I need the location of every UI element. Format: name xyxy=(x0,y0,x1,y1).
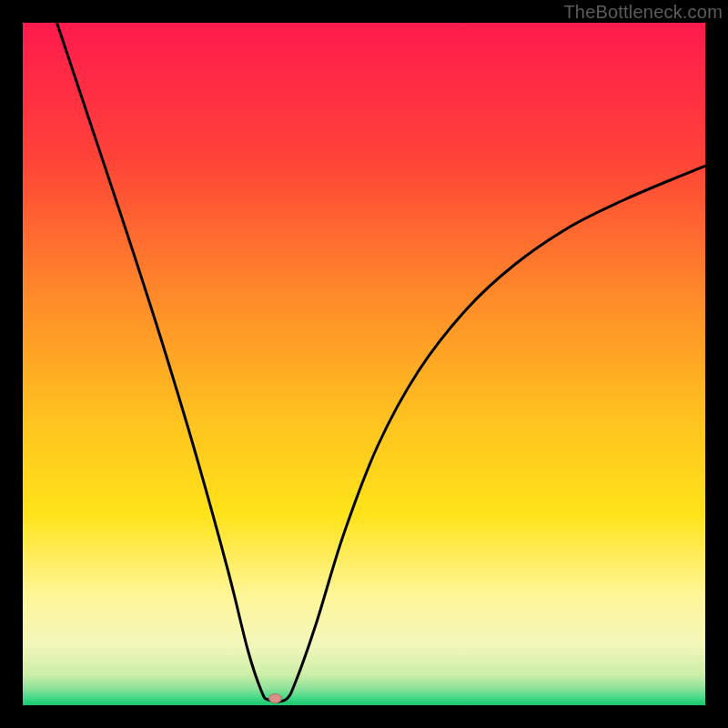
chart-plot-area xyxy=(23,23,705,705)
optimal-point-marker xyxy=(269,694,282,703)
watermark-text: TheBottleneck.com xyxy=(563,2,723,23)
gradient-background xyxy=(23,23,705,705)
chart-svg xyxy=(23,23,705,705)
chart-frame: TheBottleneck.com xyxy=(0,0,728,728)
